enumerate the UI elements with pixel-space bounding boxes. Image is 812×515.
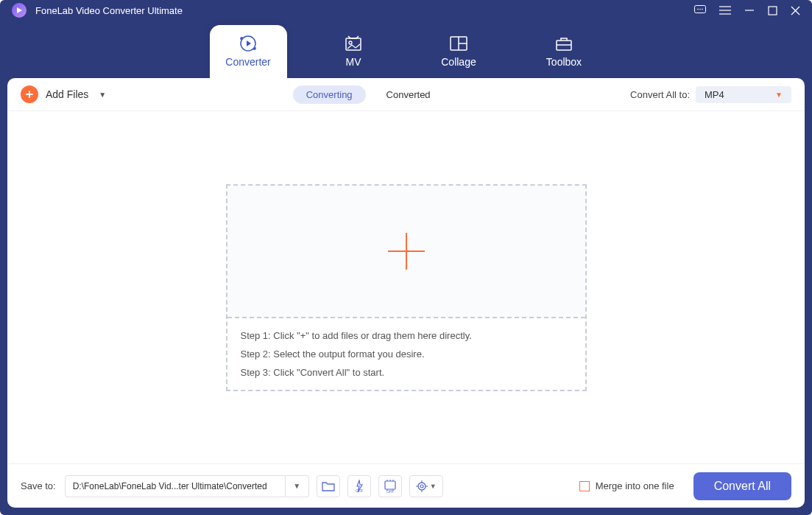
svg-text:OFF: OFF [386,489,394,493]
step-text: Step 1: Click "+" to add files or drag t… [241,330,572,341]
svg-point-27 [418,483,426,490]
collage-icon [449,35,468,52]
main-area: Step 1: Click "+" to add files or drag t… [7,111,805,463]
tab-label: Toolbox [546,56,582,68]
chevron-down-icon: ▼ [99,91,106,99]
tab-label: Converter [225,56,270,68]
format-value: MP4 [705,89,724,100]
tab-toolbox[interactable]: Toolbox [526,25,603,78]
menu-icon[interactable] [719,6,731,15]
titlebar: FoneLab Video Converter Ultimate [0,0,812,21]
tab-label: MV [346,56,361,68]
step-text: Step 3: Click "Convert All" to start. [241,367,572,378]
tab-converted[interactable]: Converted [373,85,444,104]
toolbar: + Add Files ▼ Converting Converted Conve… [7,78,805,111]
add-files-label: Add Files [46,88,88,100]
feedback-icon[interactable] [694,5,706,15]
svg-point-28 [420,485,423,488]
app-title: FoneLab Video Converter Ultimate [35,5,183,16]
dropzone: Step 1: Click "+" to add files or drag t… [226,184,587,391]
svg-text:OFF: OFF [356,488,363,493]
convert-all-to-label: Convert All to: [630,89,690,100]
browse-folder-button[interactable] [317,475,340,497]
toolbox-icon [554,35,573,52]
maximize-icon[interactable] [768,6,777,15]
instructions: Step 1: Click "+" to add files or drag t… [227,318,585,390]
settings-button[interactable]: ▼ [409,475,443,497]
svg-rect-8 [769,7,777,15]
merge-label: Merge into one file [596,480,674,491]
content-area: + Add Files ▼ Converting Converted Conve… [7,78,805,508]
save-path-dropdown[interactable]: ▼ [286,475,309,497]
format-dropdown[interactable]: MP4 ▼ [696,86,791,103]
close-icon[interactable] [791,6,800,15]
merge-checkbox[interactable]: Merge into one file [579,480,674,491]
app-logo-icon [12,3,27,18]
tab-converting[interactable]: Converting [293,85,366,104]
tab-mv[interactable]: MV [315,25,392,78]
step-text: Step 2: Select the output format you des… [241,348,572,360]
app-window: FoneLab Video Converter Ultimate Convert… [0,0,812,515]
checkbox-icon [579,481,590,491]
mv-icon [344,35,363,52]
hardware-accel-button[interactable]: OFF [347,475,371,497]
tab-collage[interactable]: Collage [420,25,498,78]
save-path-input[interactable] [65,475,286,497]
add-files-button[interactable]: + Add Files ▼ [21,85,106,103]
main-tabs: Converter MV Collage Toolbox [0,21,812,78]
converter-icon [239,35,258,52]
svg-point-3 [702,9,703,10]
chevron-down-icon: ▼ [430,483,437,490]
svg-point-2 [699,9,701,10]
plus-icon: + [21,85,38,103]
window-controls [694,5,800,15]
minimize-icon[interactable] [744,5,755,15]
gpu-accel-button[interactable]: OFF [378,475,402,497]
plus-large-icon [388,233,425,270]
svg-rect-20 [385,481,395,489]
dropzone-add-area[interactable] [227,186,585,318]
tab-converter[interactable]: Converter [210,25,287,78]
svg-point-1 [697,9,699,10]
tab-label: Collage [441,56,476,68]
save-path-box: ▼ [65,475,309,497]
chevron-down-icon: ▼ [775,91,783,99]
svg-point-13 [349,41,352,44]
save-to-label: Save to: [21,480,56,491]
bottom-bar: Save to: ▼ OFF OFF ▼ Merge into one file [7,463,805,508]
convert-all-button[interactable]: Convert All [693,472,791,500]
